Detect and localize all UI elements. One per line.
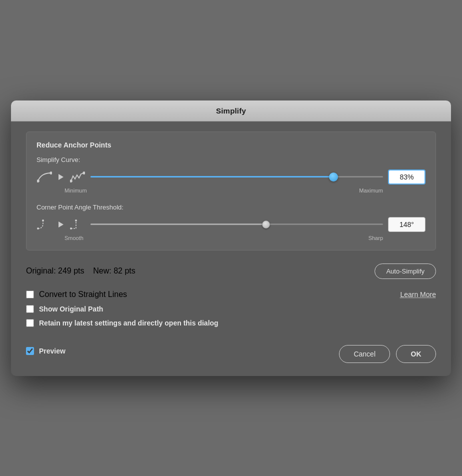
checkboxes-section: Convert to Straight Lines Learn More Sho… xyxy=(26,286,436,337)
preview-row: Preview xyxy=(26,347,66,355)
reduce-anchor-title: Reduce Anchor Points xyxy=(36,141,426,149)
footer-row: Preview Cancel OK xyxy=(26,337,436,366)
svg-point-7 xyxy=(75,220,77,222)
svg-point-2 xyxy=(70,180,72,182)
preview-checkbox[interactable] xyxy=(26,347,34,355)
corner-angle-slider[interactable] xyxy=(90,220,383,230)
auto-simplify-button[interactable]: Auto-Simplify xyxy=(374,264,436,279)
settings-section: Reduce Anchor Points Simplify Curve: xyxy=(26,132,436,250)
smooth-label: Smooth xyxy=(64,235,84,241)
corner-angle-row xyxy=(36,217,426,232)
simplify-curve-row xyxy=(36,170,426,184)
svg-point-1 xyxy=(50,172,52,174)
retain-checkbox[interactable] xyxy=(26,319,34,327)
complex-curve-icon xyxy=(70,170,86,184)
sharp-label: Sharp xyxy=(368,235,383,241)
svg-point-0 xyxy=(37,180,39,182)
show-original-row: Show Original Path xyxy=(26,305,436,313)
new-pts: New: 82 pts xyxy=(93,266,135,275)
simplify-curve-labels: Minimum Maximum xyxy=(36,188,426,194)
show-original-label[interactable]: Show Original Path xyxy=(39,305,103,313)
corner-angle-value[interactable] xyxy=(388,217,426,232)
simplify-dialog: Simplify Reduce Anchor Points Simplify C… xyxy=(11,100,451,376)
sharp-corner-icon xyxy=(70,218,86,232)
original-pts: Original: 249 pts xyxy=(26,266,84,275)
max-label: Maximum xyxy=(359,188,383,194)
convert-label[interactable]: Convert to Straight Lines xyxy=(39,290,127,299)
play-button[interactable] xyxy=(58,174,64,180)
dialog-buttons: Cancel OK xyxy=(339,345,436,363)
smooth-curve-icon xyxy=(36,170,52,184)
play-button-2[interactable] xyxy=(58,221,64,228)
simplify-curve-slider[interactable] xyxy=(90,172,383,182)
dialog-body: Reduce Anchor Points Simplify Curve: xyxy=(11,122,451,376)
convert-checkbox-group: Convert to Straight Lines xyxy=(26,290,127,299)
convert-row: Convert to Straight Lines Learn More xyxy=(26,290,436,299)
cancel-button[interactable]: Cancel xyxy=(339,345,390,363)
svg-point-4 xyxy=(37,228,39,230)
retain-label[interactable]: Retain my latest settings and directly o… xyxy=(39,319,218,327)
simplify-curve-label: Simplify Curve: xyxy=(36,156,426,164)
simplify-curve-value[interactable] xyxy=(388,170,426,184)
svg-point-6 xyxy=(70,228,72,230)
corner-angle-label: Corner Point Angle Threshold: xyxy=(36,204,426,211)
retain-row: Retain my latest settings and directly o… xyxy=(26,319,436,327)
min-label: Minimum xyxy=(64,188,87,194)
stats-text: Original: 249 pts New: 82 pts xyxy=(26,266,136,276)
ok-button[interactable]: OK xyxy=(396,345,436,363)
learn-more-button[interactable]: Learn More xyxy=(400,290,436,298)
convert-checkbox[interactable] xyxy=(26,290,34,298)
corner-angle-labels: Smooth Sharp xyxy=(36,235,426,241)
dialog-title: Simplify xyxy=(19,106,443,115)
stats-row: Original: 249 pts New: 82 pts Auto-Simpl… xyxy=(26,260,436,286)
svg-point-3 xyxy=(83,172,85,174)
smooth-corner-icon xyxy=(36,218,52,232)
preview-label[interactable]: Preview xyxy=(39,347,66,355)
svg-point-5 xyxy=(42,220,44,222)
title-bar: Simplify xyxy=(11,100,451,122)
show-original-checkbox[interactable] xyxy=(26,305,34,313)
